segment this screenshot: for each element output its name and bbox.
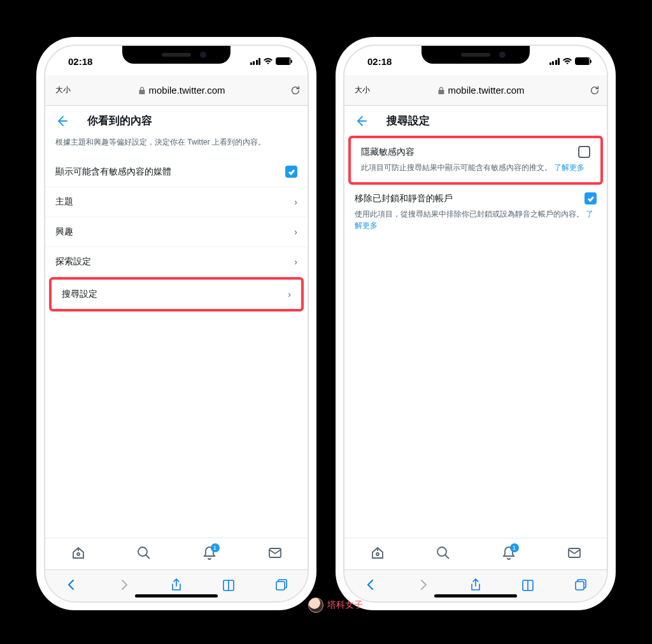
home-indicator[interactable] [434, 594, 517, 597]
tab-home[interactable] [71, 545, 86, 563]
row-interests[interactable]: 興趣 › [45, 217, 308, 247]
url-display[interactable]: mobile.twitter.com [78, 85, 286, 96]
tab-home[interactable] [370, 545, 385, 563]
row-topics[interactable]: 主題 › [45, 187, 308, 217]
safari-tabs-button[interactable] [274, 578, 288, 594]
svg-point-1 [138, 547, 147, 556]
battery-icon [276, 57, 291, 65]
signal-icon [549, 58, 560, 65]
safari-back-button[interactable] [64, 578, 78, 594]
chevron-right-icon: › [294, 227, 297, 237]
text-size-button[interactable]: 大小 [52, 82, 74, 98]
page-header: 你看到的內容 [45, 106, 308, 134]
checkbox-checked[interactable] [585, 192, 597, 204]
wifi-icon [263, 57, 273, 65]
url-display[interactable]: mobile.twitter.com [378, 85, 585, 96]
checkbox-unchecked[interactable] [578, 146, 590, 158]
lock-icon [139, 87, 145, 94]
svg-rect-9 [576, 582, 584, 590]
safari-forward-button[interactable] [416, 578, 430, 594]
watermark-text: 塔科女子 [327, 599, 363, 611]
tab-notifications[interactable]: 1 [202, 545, 217, 563]
refresh-icon[interactable] [290, 85, 301, 96]
notification-badge: 1 [211, 543, 220, 552]
svg-rect-4 [276, 582, 285, 590]
tab-messages[interactable] [267, 545, 283, 563]
app-tab-bar: 1 [344, 538, 607, 569]
row-label: 顯示可能含有敏感內容的媒體 [55, 166, 171, 178]
notch [422, 46, 530, 64]
text-size-button[interactable]: 大小 [351, 82, 374, 98]
check-icon [288, 168, 295, 176]
tab-search[interactable] [136, 545, 152, 563]
watermark-avatar-icon [308, 597, 323, 613]
safari-address-bar: 大小 mobile.twitter.com [344, 75, 607, 106]
signal-icon [250, 58, 261, 65]
svg-point-5 [376, 553, 379, 555]
status-time: 02:18 [68, 56, 92, 67]
safari-address-bar: 大小 mobile.twitter.com [45, 75, 308, 106]
row-sensitive-media[interactable]: 顯示可能含有敏感內容的媒體 [45, 157, 308, 187]
chevron-right-icon: › [294, 197, 297, 207]
row-label: 興趣 [55, 226, 73, 238]
tab-messages[interactable] [567, 545, 582, 563]
setting-description: 此項目可防止搜尋結果中顯示可能含有敏感內容的推文。 了解更多 [361, 162, 590, 173]
safari-share-button[interactable] [169, 578, 183, 594]
watermark: 塔科女子 [308, 597, 363, 613]
setting-title: 移除已封鎖和靜音的帳戶 [355, 193, 453, 204]
row-search-settings[interactable]: 搜尋設定 › [52, 280, 301, 309]
url-text: mobile.twitter.com [148, 85, 225, 96]
setting-description: 使用此項目，從搜尋結果中排除你已封鎖或設為靜音之帳戶的內容。 了解更多 [355, 208, 597, 231]
safari-tabs-button[interactable] [574, 578, 588, 594]
row-label: 主題 [55, 196, 73, 208]
mail-icon [567, 545, 582, 561]
tab-notifications[interactable]: 1 [501, 545, 516, 563]
page-description: 根據主題和興趣等偏好設定，決定你在 Twitter 上看到的內容。 [45, 134, 308, 157]
status-time: 02:18 [367, 56, 392, 67]
safari-back-button[interactable] [364, 578, 378, 594]
home-icon [370, 545, 385, 561]
notification-badge: 1 [510, 543, 519, 552]
back-arrow-icon[interactable] [55, 115, 68, 127]
setting-hide-sensitive[interactable]: 隱藏敏感內容 此項目可防止搜尋結果中顯示可能含有敏感內容的推文。 了解更多 [351, 138, 600, 182]
highlight-search-settings: 搜尋設定 › [49, 277, 304, 311]
search-icon [136, 545, 152, 561]
back-arrow-icon[interactable] [355, 115, 367, 127]
svg-point-6 [437, 547, 446, 556]
mail-icon [267, 545, 283, 561]
learn-more-link[interactable]: 了解更多 [554, 163, 585, 172]
page-title: 你看到的內容 [87, 113, 152, 128]
page-header: 搜尋設定 [344, 106, 607, 134]
svg-point-0 [77, 553, 80, 555]
page-title: 搜尋設定 [386, 113, 430, 128]
tab-search[interactable] [436, 545, 451, 563]
setting-remove-blocked[interactable]: 移除已封鎖和靜音的帳戶 使用此項目，從搜尋結果中排除你已封鎖或設為靜音之帳戶的內… [344, 185, 607, 240]
phone-right: 02:18 大小 mobile.twitter.com 搜尋設定 [336, 37, 616, 610]
search-icon [436, 545, 451, 561]
setting-title: 隱藏敏感內容 [361, 147, 415, 158]
url-text: mobile.twitter.com [448, 85, 524, 96]
safari-share-button[interactable] [469, 578, 483, 594]
chevron-right-icon: › [294, 257, 297, 267]
row-explore-settings[interactable]: 探索設定 › [45, 247, 308, 277]
refresh-icon[interactable] [589, 85, 600, 96]
app-tab-bar: 1 [45, 538, 308, 569]
row-label: 搜尋設定 [62, 289, 97, 300]
highlight-hide-sensitive: 隱藏敏感內容 此項目可防止搜尋結果中顯示可能含有敏感內容的推文。 了解更多 [348, 136, 603, 185]
wifi-icon [562, 57, 572, 65]
row-label: 探索設定 [55, 256, 91, 268]
safari-forward-button[interactable] [117, 578, 131, 594]
home-indicator[interactable] [135, 594, 218, 597]
lock-icon [438, 87, 444, 94]
home-icon [71, 545, 86, 561]
battery-icon [575, 57, 590, 65]
checkbox-checked[interactable] [285, 166, 297, 178]
safari-bookmarks-button[interactable] [222, 578, 236, 594]
notch [122, 46, 230, 64]
phone-left: 02:18 大小 mobile.twitter.com 你看到的內 [36, 37, 316, 610]
check-icon [587, 195, 595, 203]
chevron-right-icon: › [288, 289, 291, 299]
safari-bookmarks-button[interactable] [521, 578, 535, 594]
